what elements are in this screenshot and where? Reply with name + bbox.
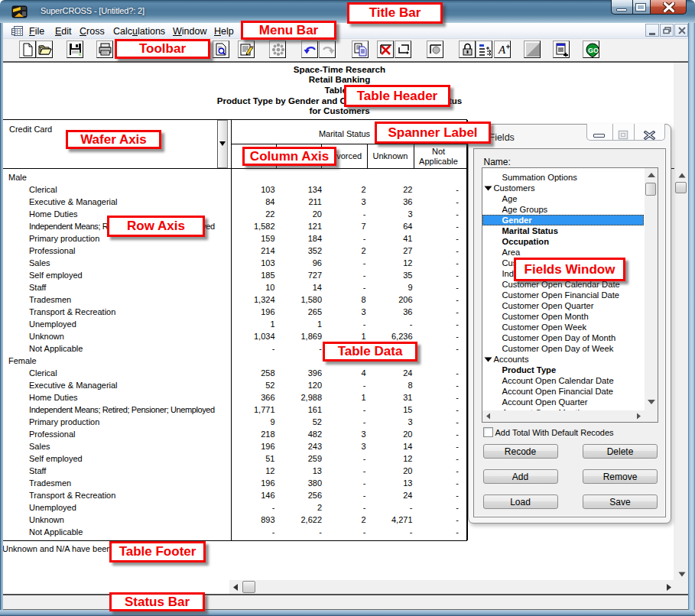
svg-text:GO: GO xyxy=(588,47,599,54)
svg-text:A: A xyxy=(498,44,506,56)
